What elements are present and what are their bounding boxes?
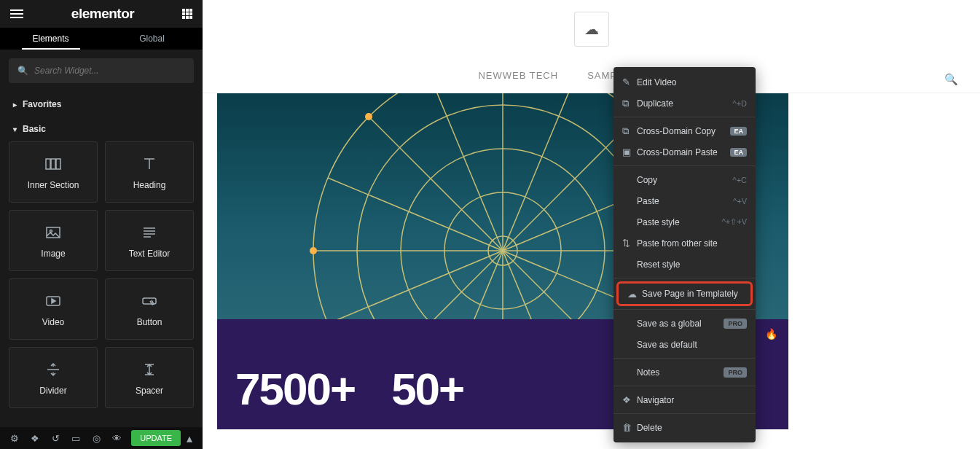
update-button[interactable]: UPDATE [131,430,181,446]
sidebar-footer: ⚙ ❖ ↺ ▭ ◎ 👁 UPDATE ▴ [0,427,203,449]
button-icon [141,291,158,311]
nav-search-icon[interactable]: 🔍 [944,73,958,86]
hamburger-icon[interactable] [10,9,23,18]
svg-rect-2 [56,159,60,169]
preview-icon[interactable]: ◎ [86,427,106,449]
basic-group[interactable]: ▾Basic [0,117,203,141]
ctx-save-templately[interactable]: ☁ Save Page in Templately [616,281,753,306]
svg-rect-0 [46,159,50,169]
ctx-paste[interactable]: Paste ^+V [614,190,756,211]
widget-spacer[interactable]: Spacer [105,347,194,408]
ctx-delete[interactable]: 🗑 Delete [614,417,756,438]
sidebar-header: elementor [0,0,203,28]
brand-logo: elementor [71,6,134,22]
ctx-copy[interactable]: Copy ^+C [614,169,756,190]
fire-emoji-icon: 🔥 [765,328,777,340]
widgets-grid: Inner Section Heading Image Text Editor … [0,141,203,408]
widget-text-editor[interactable]: Text Editor [105,210,194,271]
video-icon [44,291,62,311]
widget-video[interactable]: Video [9,278,98,340]
arrows-icon: ⇅ [622,238,637,249]
tab-elements[interactable]: Elements [0,28,101,50]
columns-icon [44,154,62,174]
ctx-notes[interactable]: Notes PRO [614,362,756,383]
spacer-icon [141,359,158,380]
ctx-navigator[interactable]: ❖ Navigator [614,389,756,410]
paste-icon: ▣ [622,147,637,157]
site-nav: NEWWEB TECH SAMPLE PAGE JU [203,58,980,93]
sidebar-tabs: Elements Global [0,28,203,50]
svg-rect-1 [51,159,55,169]
save-options-arrow[interactable]: ▴ [181,427,198,449]
svg-point-27 [365,113,372,120]
layers-icon[interactable]: ❖ [25,427,45,449]
ctx-paste-other-site[interactable]: ⇅ Paste from other site [614,233,756,254]
elementor-sidebar: elementor Elements Global 🔍 ▸Favorites ▾… [0,0,203,449]
image-icon [44,222,62,243]
widget-heading[interactable]: Heading [105,141,194,203]
duplicate-icon: ⧉ [622,98,637,109]
widget-divider[interactable]: Divider [9,347,98,408]
pencil-icon: ✎ [622,77,637,87]
heading-icon [141,154,158,174]
stat-1: 7500+ [235,363,355,415]
ctx-duplicate[interactable]: ⧉ Duplicate ^+D [614,93,756,114]
site-header: ☁ [203,0,980,58]
ctx-cross-domain-paste[interactable]: ▣ Cross-Domain Paste EA [614,141,756,163]
responsive-icon[interactable]: ▭ [66,427,86,449]
cloud-upload-icon: ☁ [627,289,642,300]
ctx-reset-style[interactable]: Reset style [614,254,756,275]
search-box: 🔍 [9,58,194,83]
ctx-paste-style[interactable]: Paste style ^+⇧+V [614,211,756,233]
nav-item-1[interactable]: NEWWEB TECH [478,70,558,81]
svg-point-23 [310,247,317,254]
apps-icon[interactable] [182,9,192,19]
eye-icon[interactable]: 👁 [106,427,127,449]
ctx-save-global[interactable]: Save as a global PRO [614,313,756,334]
layers-nav-icon: ❖ [622,394,637,405]
history-icon[interactable]: ↺ [45,427,66,449]
text-editor-icon [141,222,158,243]
divider-icon [44,359,62,380]
context-menu: ✎ Edit Video ⧉ Duplicate ^+D ⧉ Cross-Dom… [614,67,756,442]
ctx-cross-domain-copy[interactable]: ⧉ Cross-Domain Copy EA [614,120,756,141]
trash-icon: 🗑 [622,422,637,433]
site-logo: ☁ [574,12,609,47]
editor-canvas: ☁ NEWWEB TECH SAMPLE PAGE JU 🔍 [203,0,980,449]
favorites-group[interactable]: ▸Favorites [0,92,203,117]
ctx-save-default[interactable]: Save as default [614,334,756,355]
search-icon: 🔍 [17,66,28,76]
ctx-edit-video[interactable]: ✎ Edit Video [614,71,756,93]
tab-global[interactable]: Global [101,28,203,50]
svg-rect-6 [143,298,156,304]
search-input[interactable] [34,66,185,76]
widget-inner-section[interactable]: Inner Section [9,141,98,203]
widget-button[interactable]: Button [105,278,194,340]
stat-2: 50+ [391,363,463,415]
settings-icon[interactable]: ⚙ [4,427,25,449]
copy-icon: ⧉ [622,125,637,137]
widget-image[interactable]: Image [9,210,98,271]
